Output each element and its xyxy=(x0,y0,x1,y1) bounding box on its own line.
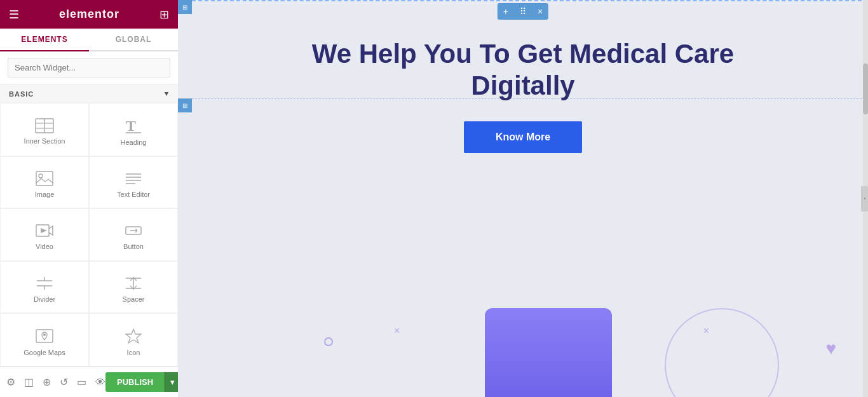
main-canvas: + ⠿ × ⊞ ⊞ We Help You To Get Medical Car… xyxy=(178,0,868,397)
settings-icon[interactable]: ⚙ xyxy=(6,376,15,388)
search-container xyxy=(0,51,178,84)
section-handle-mid-icon: ⊞ xyxy=(182,102,187,109)
deco-cross-2: × xyxy=(703,325,709,337)
deco-heart: ♥ xyxy=(825,339,836,359)
widget-button-label: Button xyxy=(123,243,144,250)
widget-text-editor[interactable]: Text Editor xyxy=(89,156,178,208)
deco-circle-small-1 xyxy=(324,337,333,346)
widget-heading-label: Heading xyxy=(121,138,147,146)
widget-image-label: Image xyxy=(35,191,55,198)
left-panel: ☰ elementor ⊞ ELEMENTS GLOBAL BASIC ▾ xyxy=(0,0,178,397)
publish-button[interactable]: PUBLISH xyxy=(105,372,165,392)
svg-point-8 xyxy=(39,174,43,178)
add-icon[interactable]: ⊕ xyxy=(43,376,51,388)
tab-elements[interactable]: ELEMENTS xyxy=(0,29,89,51)
collapse-icon: ‹ xyxy=(864,196,866,201)
svg-marker-14 xyxy=(41,228,47,233)
know-more-button[interactable]: Know More xyxy=(464,121,582,153)
eye-icon[interactable]: 👁 xyxy=(95,377,105,388)
widget-google-maps-label: Google Maps xyxy=(24,349,65,356)
section-handle-icon: ⊞ xyxy=(182,4,187,11)
widget-divider-label: Divider xyxy=(34,295,55,303)
widget-google-maps[interactable]: Google Maps xyxy=(0,313,89,367)
responsive-icon[interactable]: ▭ xyxy=(77,376,86,388)
star-icon xyxy=(124,327,143,345)
top-bar: ☰ elementor ⊞ xyxy=(0,0,178,29)
text-editor-icon xyxy=(124,170,143,187)
inner-section-icon xyxy=(35,118,54,133)
image-icon xyxy=(35,170,54,187)
chevron-down-icon: ▾ xyxy=(165,90,169,98)
heading-icon: T xyxy=(124,117,143,135)
divider-icon xyxy=(35,275,54,292)
publish-group: PUBLISH ▾ xyxy=(105,372,180,392)
section-basic-label: BASIC xyxy=(9,90,34,98)
svg-point-27 xyxy=(43,333,46,336)
add-section-button[interactable]: + xyxy=(498,3,514,20)
widget-heading[interactable]: T Heading xyxy=(89,103,178,156)
map-icon xyxy=(35,327,54,345)
scrollbar-thumb[interactable] xyxy=(863,64,868,114)
grid-icon[interactable]: ⊞ xyxy=(159,8,169,22)
svg-rect-7 xyxy=(36,172,53,185)
bottom-icons: ⚙ ◫ ⊕ ↺ ▭ 👁 xyxy=(6,376,105,388)
tabs-bar: ELEMENTS GLOBAL xyxy=(0,29,178,51)
spacer-icon xyxy=(124,275,143,292)
video-icon xyxy=(35,222,54,239)
button-icon xyxy=(124,222,143,239)
widgets-grid: Inner Section T Heading Image xyxy=(0,103,178,367)
widget-icon-label: Icon xyxy=(127,349,140,356)
bottom-bar: ⚙ ◫ ⊕ ↺ ▭ 👁 PUBLISH ▾ xyxy=(0,367,178,397)
widget-inner-section[interactable]: Inner Section xyxy=(0,103,89,156)
svg-marker-28 xyxy=(126,329,141,343)
widget-spacer[interactable]: Spacer xyxy=(89,261,178,313)
section-tools: + ⠿ × xyxy=(498,3,548,20)
widget-icon[interactable]: Icon xyxy=(89,313,178,367)
collapse-handle[interactable]: ‹ xyxy=(861,186,868,212)
deco-cross-1: × xyxy=(394,325,400,337)
widget-text-editor-label: Text Editor xyxy=(117,191,150,198)
widget-video[interactable]: Video xyxy=(0,208,89,260)
phone-illustration xyxy=(485,308,612,397)
widget-divider[interactable]: Divider xyxy=(0,261,89,313)
section-handle-mid: ⊞ xyxy=(178,98,192,112)
menu-icon[interactable]: ☰ xyxy=(9,8,19,22)
tab-global[interactable]: GLOBAL xyxy=(89,29,178,51)
history-icon[interactable]: ↺ xyxy=(60,376,68,388)
widget-button[interactable]: Button xyxy=(89,208,178,260)
search-input[interactable] xyxy=(8,58,170,77)
widget-spacer-label: Spacer xyxy=(123,295,145,303)
widget-inner-section-label: Inner Section xyxy=(24,137,65,145)
section-handle-left: ⊞ xyxy=(178,0,192,14)
svg-text:T: T xyxy=(126,118,136,134)
app-title: elementor xyxy=(59,8,119,21)
section-basic-header[interactable]: BASIC ▾ xyxy=(0,84,178,103)
drag-section-button[interactable]: ⠿ xyxy=(514,3,532,20)
widget-image[interactable]: Image xyxy=(0,156,89,208)
main-heading: We Help You To Get Medical Care Digitall… xyxy=(301,38,745,102)
widget-video-label: Video xyxy=(36,243,53,250)
layers-icon[interactable]: ◫ xyxy=(24,376,34,388)
delete-section-button[interactable]: × xyxy=(532,3,548,20)
